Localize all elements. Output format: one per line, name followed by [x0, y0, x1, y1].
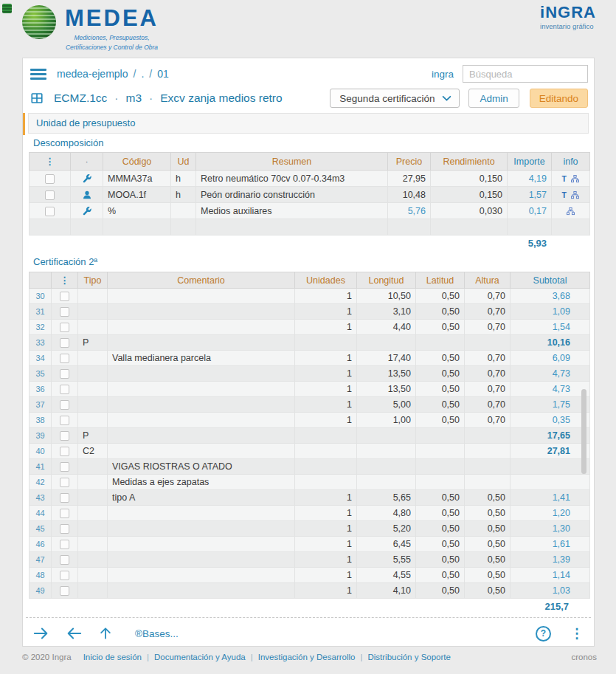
- descomposicion-row[interactable]: % Medios auxiliares 5,76 0,030 0,17 T: [30, 203, 590, 219]
- row-checkbox[interactable]: [60, 447, 69, 456]
- cell-rendimiento[interactable]: 0,030: [431, 203, 508, 219]
- cell-unidades[interactable]: 1: [295, 490, 357, 506]
- cell-longitud[interactable]: [357, 428, 416, 444]
- cell-longitud[interactable]: [357, 475, 416, 490]
- cell-comentario[interactable]: [108, 583, 295, 599]
- measurement-row[interactable]: 32 1 4,40 0,50 0,70 1,54: [30, 320, 590, 335]
- row-checkbox[interactable]: [60, 509, 69, 518]
- cell-altura[interactable]: 0,70: [465, 289, 511, 304]
- row-checkbox[interactable]: [60, 462, 69, 472]
- cell-longitud[interactable]: 5,20: [357, 521, 416, 537]
- cell-importe[interactable]: 1,57: [508, 187, 552, 203]
- cell-altura[interactable]: [465, 475, 511, 490]
- text-info-icon[interactable]: T: [562, 190, 567, 199]
- footer-link[interactable]: Documentación y Ayuda: [154, 653, 246, 661]
- cell-resumen[interactable]: [196, 219, 388, 235]
- cell-altura[interactable]: [465, 335, 511, 351]
- section-descomposicion[interactable]: Descomposición: [33, 137, 103, 148]
- cell-resumen[interactable]: Medios auxiliares: [196, 203, 388, 219]
- cell-latitud[interactable]: [416, 335, 465, 351]
- cell-subtotal[interactable]: 1,03: [511, 583, 590, 599]
- cell-unidades[interactable]: 1: [295, 568, 357, 583]
- cell-comentario[interactable]: Medidas a ejes zapatas: [108, 475, 295, 490]
- cell-unidades[interactable]: 1: [295, 537, 357, 552]
- measurement-row[interactable]: 39 P 17,65: [30, 428, 590, 444]
- measurement-row[interactable]: 36 1 13,50 0,50 0,70 4,73: [30, 382, 590, 397]
- cell-latitud[interactable]: 0,50: [416, 506, 465, 521]
- cell-altura[interactable]: 0,70: [465, 304, 511, 320]
- cell-comentario[interactable]: [108, 397, 295, 413]
- arrow-up-icon[interactable]: [98, 626, 113, 641]
- cell-latitud[interactable]: [416, 428, 465, 444]
- cell-subtotal[interactable]: 27,81: [511, 444, 590, 459]
- cell-precio[interactable]: 27,95: [388, 171, 431, 187]
- column-menu-icon[interactable]: ⋮: [30, 153, 71, 171]
- cell-altura[interactable]: 0,50: [465, 521, 511, 537]
- row-checkbox[interactable]: [45, 190, 55, 200]
- cell-longitud[interactable]: 4,80: [357, 506, 416, 521]
- cell-tipo[interactable]: P: [78, 335, 108, 351]
- cell-subtotal[interactable]: 1,54: [511, 320, 590, 335]
- row-checkbox[interactable]: [60, 571, 69, 580]
- cell-latitud[interactable]: 0,50: [416, 583, 465, 599]
- cell-unidades[interactable]: 1: [295, 552, 357, 568]
- row-checkbox[interactable]: [60, 338, 69, 348]
- cell-precio[interactable]: 10,48: [388, 187, 431, 203]
- cell-unidades[interactable]: [295, 444, 357, 459]
- row-checkbox[interactable]: [60, 586, 69, 596]
- more-options-icon[interactable]: ⋮: [570, 627, 584, 640]
- descomposicion-row[interactable]: MOOA.1f h Peón ordinario construcción 10…: [30, 187, 590, 203]
- cell-altura[interactable]: [465, 444, 511, 459]
- arrow-left-icon[interactable]: [66, 626, 82, 641]
- row-checkbox[interactable]: [45, 174, 55, 184]
- cell-importe[interactable]: 0,17: [508, 203, 552, 219]
- measurement-row[interactable]: 34 Valla medianera parcela 1 17,40 0,50 …: [30, 351, 590, 366]
- cell-codigo[interactable]: MOOA.1f: [103, 187, 171, 203]
- measurement-row[interactable]: 42 Medidas a ejes zapatas: [30, 475, 590, 490]
- cell-subtotal[interactable]: 10,16: [511, 335, 590, 351]
- cell-latitud[interactable]: 0,50: [416, 320, 465, 335]
- row-checkbox[interactable]: [60, 307, 69, 317]
- cell-latitud[interactable]: 0,50: [416, 366, 465, 382]
- cell-latitud[interactable]: 0,50: [416, 552, 465, 568]
- cell-altura[interactable]: 0,70: [465, 382, 511, 397]
- measurement-row[interactable]: 47 1 5,55 0,50 0,50 1,39: [30, 552, 590, 568]
- measurement-row[interactable]: 31 1 3,10 0,50 0,70 1,09: [30, 304, 590, 320]
- cell-subtotal[interactable]: 4,73: [511, 366, 590, 382]
- cell-unidades[interactable]: 1: [295, 351, 357, 366]
- cell-ud[interactable]: h: [171, 187, 196, 203]
- cell-longitud[interactable]: 17,40: [357, 351, 416, 366]
- cell-unidades[interactable]: 1: [295, 366, 357, 382]
- cell-comentario[interactable]: [108, 506, 295, 521]
- cell-longitud[interactable]: [357, 444, 416, 459]
- row-checkbox[interactable]: [60, 385, 69, 394]
- cell-altura[interactable]: 0,50: [465, 537, 511, 552]
- cell-altura[interactable]: 0,70: [465, 351, 511, 366]
- cell-comentario[interactable]: [108, 413, 295, 428]
- cell-unidades[interactable]: 1: [295, 506, 357, 521]
- row-checkbox[interactable]: [60, 431, 69, 441]
- cell-tipo[interactable]: [78, 320, 108, 335]
- cell-tipo[interactable]: [78, 490, 108, 506]
- row-checkbox[interactable]: [60, 540, 69, 549]
- cell-subtotal[interactable]: 0,35: [511, 413, 590, 428]
- cell-latitud[interactable]: 0,50: [416, 490, 465, 506]
- cell-unidades[interactable]: 1: [295, 304, 357, 320]
- cell-tipo[interactable]: [78, 366, 108, 382]
- cell-comentario[interactable]: [108, 444, 295, 459]
- text-info-icon[interactable]: T: [562, 174, 567, 183]
- certification-select[interactable]: Segunda certificación: [330, 89, 460, 108]
- cell-altura[interactable]: 0,70: [465, 366, 511, 382]
- cell-latitud[interactable]: 0,50: [416, 351, 465, 366]
- cell-latitud[interactable]: 0,50: [416, 289, 465, 304]
- cell-altura[interactable]: 0,70: [465, 320, 511, 335]
- cell-unidades[interactable]: [295, 428, 357, 444]
- descomposicion-row[interactable]: T: [30, 219, 590, 235]
- measurement-row[interactable]: 44 1 4,80 0,50 0,50 1,20: [30, 506, 590, 521]
- cell-longitud[interactable]: 3,10: [357, 304, 416, 320]
- cell-latitud[interactable]: 0,50: [416, 397, 465, 413]
- cell-longitud[interactable]: 13,50: [357, 382, 416, 397]
- cell-subtotal[interactable]: 17,65: [511, 428, 590, 444]
- cell-comentario[interactable]: [108, 521, 295, 537]
- cell-unidades[interactable]: 1: [295, 289, 357, 304]
